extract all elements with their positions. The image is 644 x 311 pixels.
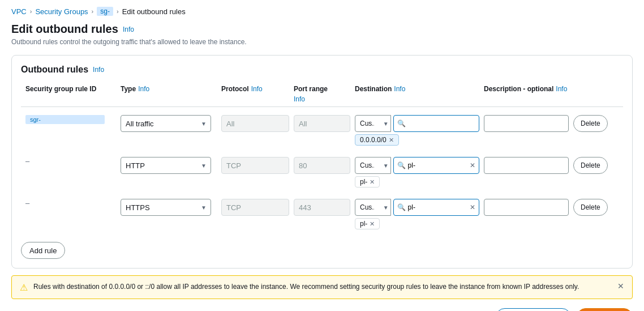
delete-cell-1: Delete xyxy=(573,115,619,132)
pl-chip-row-2: pl- ✕ xyxy=(355,176,479,188)
search-icon-1: 🔍 xyxy=(397,120,406,127)
description-input-3[interactable] xyxy=(484,199,569,216)
panel-title: Outbound rules xyxy=(21,65,88,75)
port-range-input-2 xyxy=(294,157,350,174)
pl-chip-close-3[interactable]: ✕ xyxy=(370,220,375,228)
save-rules-button[interactable]: Save rules xyxy=(577,308,633,311)
col-destination: Destination Info xyxy=(355,85,479,103)
dest-search-input-1[interactable] xyxy=(408,120,475,127)
breadcrumb-vpc[interactable]: VPC xyxy=(11,7,27,16)
delete-cell-3: Delete xyxy=(573,199,619,216)
search-clear-2[interactable]: ✕ xyxy=(470,161,475,169)
col-port-range-info[interactable]: Info xyxy=(294,95,305,103)
description-cell-1 xyxy=(484,115,569,132)
port-range-cell-2 xyxy=(294,157,350,174)
page-title-info-link[interactable]: Info xyxy=(123,25,134,33)
cidr-chip-label-1: 0.0.0.0/0 xyxy=(360,136,387,144)
rule-id-dash-3: – xyxy=(25,195,29,207)
breadcrumb: VPC › Security Groups › sg- › Edit outbo… xyxy=(11,7,633,16)
type-cell-1: All traffic All TCP All UDP HTTP HTTPS ▼ xyxy=(121,115,217,132)
breadcrumb-security-groups[interactable]: Security Groups xyxy=(35,7,88,16)
rule-id-value-1: sgr- xyxy=(25,115,105,124)
type-select-wrapper-1: All traffic All TCP All UDP HTTP HTTPS ▼ xyxy=(121,115,211,132)
col-destination-info[interactable]: Info xyxy=(394,85,405,93)
destination-cell-3: Cus... Anywhere-IPv4 Anywhere-IPv6 ▼ 🔍 ✕ xyxy=(355,199,479,229)
pl-chip-3: pl- ✕ xyxy=(355,218,380,229)
col-type-info[interactable]: Info xyxy=(138,85,149,93)
destination-cell-1: Cus... Anywhere-IPv4 Anywhere-IPv6 ▼ 🔍 0… xyxy=(355,115,479,146)
port-range-input-1 xyxy=(294,115,350,132)
search-icon-3: 🔍 xyxy=(397,203,406,211)
table-header: Security group rule ID Type Info Protoco… xyxy=(21,82,623,107)
cidr-chip-1: 0.0.0.0/0 ✕ xyxy=(355,134,399,146)
protocol-cell-3 xyxy=(221,199,289,216)
panel-info-link[interactable]: Info xyxy=(93,66,104,74)
port-range-cell-1 xyxy=(294,115,350,132)
pl-chip-label-2: pl- xyxy=(360,178,367,186)
protocol-cell-1 xyxy=(221,115,289,132)
breadcrumb-current-page: Edit outbound rules xyxy=(122,7,186,16)
delete-button-3[interactable]: Delete xyxy=(573,199,608,216)
search-dest-wrapper-3: 🔍 ✕ xyxy=(393,199,479,216)
search-icon-2: 🔍 xyxy=(397,161,406,169)
protocol-cell-2 xyxy=(221,157,289,174)
delete-button-1[interactable]: Delete xyxy=(573,115,608,132)
type-select-wrapper-2: HTTP All traffic All TCP HTTPS ▼ xyxy=(121,157,211,174)
port-range-input-3 xyxy=(294,199,350,216)
outbound-rules-panel: Outbound rules Info Security group rule … xyxy=(11,55,633,269)
description-cell-2 xyxy=(484,157,569,174)
page-subtitle: Outbound rules control the outgoing traf… xyxy=(11,38,633,46)
type-select-2[interactable]: HTTP All traffic All TCP HTTPS xyxy=(121,157,211,174)
description-input-2[interactable] xyxy=(484,157,569,174)
col-description: Description - optional Info xyxy=(484,85,569,103)
footer-actions: Cancel Preview changes Save rules xyxy=(11,308,633,311)
dest-search-input-3[interactable] xyxy=(408,203,467,211)
table-row: – HTTPS All traffic All TCP HTTP ▼ xyxy=(21,195,623,233)
panel-title-row: Outbound rules Info xyxy=(21,65,623,75)
type-select-3[interactable]: HTTPS All traffic All TCP HTTP xyxy=(121,199,211,216)
destination-cell-2: Cus... Anywhere-IPv4 Anywhere-IPv6 ▼ 🔍 ✕ xyxy=(355,157,479,188)
col-protocol-info[interactable]: Info xyxy=(251,85,263,93)
dest-row-1: Cus... Anywhere-IPv4 Anywhere-IPv6 ▼ 🔍 xyxy=(355,115,479,132)
table-row: sgr- All traffic All TCP All UDP HTTP HT… xyxy=(21,112,623,149)
delete-cell-2: Delete xyxy=(573,157,619,174)
delete-button-2[interactable]: Delete xyxy=(573,157,608,174)
search-clear-3[interactable]: ✕ xyxy=(470,203,475,211)
dest-select-3[interactable]: Cus... Anywhere-IPv4 Anywhere-IPv6 xyxy=(355,199,391,216)
cidr-chip-close-1[interactable]: ✕ xyxy=(389,137,394,144)
dest-select-1[interactable]: Cus... Anywhere-IPv4 Anywhere-IPv6 xyxy=(355,115,391,132)
dest-row-3: Cus... Anywhere-IPv4 Anywhere-IPv6 ▼ 🔍 ✕ xyxy=(355,199,479,216)
col-protocol: Protocol Info xyxy=(221,85,289,103)
type-select-1[interactable]: All traffic All TCP All UDP HTTP HTTPS xyxy=(121,115,211,132)
pl-chip-close-2[interactable]: ✕ xyxy=(370,178,375,186)
type-cell-3: HTTPS All traffic All TCP HTTP ▼ xyxy=(121,199,217,216)
preview-changes-button[interactable]: Preview changes xyxy=(496,308,571,311)
search-dest-wrapper-2: 🔍 ✕ xyxy=(393,157,479,174)
page-title-row: Edit outbound rules Info xyxy=(11,23,633,36)
cidr-chip-row-1: 0.0.0.0/0 ✕ xyxy=(355,134,479,146)
protocol-input-1 xyxy=(221,115,289,132)
rule-id-cell-3: – xyxy=(25,199,116,207)
rule-id-cell-2: – xyxy=(25,157,116,165)
col-rule-id: Security group rule ID xyxy=(25,85,116,103)
pl-chip-row-3: pl- ✕ xyxy=(355,218,479,229)
description-input-1[interactable] xyxy=(484,115,569,132)
col-actions xyxy=(573,85,619,103)
protocol-input-2 xyxy=(221,157,289,174)
table-row: – HTTP All traffic All TCP HTTPS ▼ xyxy=(21,154,623,191)
add-rule-button[interactable]: Add rule xyxy=(21,242,65,259)
dest-search-input-2[interactable] xyxy=(408,161,467,169)
dest-select-wrapper-3: Cus... Anywhere-IPv4 Anywhere-IPv6 ▼ xyxy=(355,199,391,216)
pl-chip-2: pl- ✕ xyxy=(355,176,380,188)
dest-select-2[interactable]: Cus... Anywhere-IPv4 Anywhere-IPv6 xyxy=(355,157,391,174)
warning-close-button[interactable]: ✕ xyxy=(617,282,624,291)
col-description-info[interactable]: Info xyxy=(556,85,567,93)
pl-chip-label-3: pl- xyxy=(360,220,367,228)
breadcrumb-sep-2: › xyxy=(92,8,94,15)
breadcrumb-sep-1: › xyxy=(30,8,32,15)
breadcrumb-sg-id[interactable]: sg- xyxy=(97,7,113,16)
type-cell-2: HTTP All traffic All TCP HTTPS ▼ xyxy=(121,157,217,174)
breadcrumb-sep-3: › xyxy=(117,8,119,15)
col-type: Type Info xyxy=(121,85,217,103)
dest-row-2: Cus... Anywhere-IPv4 Anywhere-IPv6 ▼ 🔍 ✕ xyxy=(355,157,479,174)
